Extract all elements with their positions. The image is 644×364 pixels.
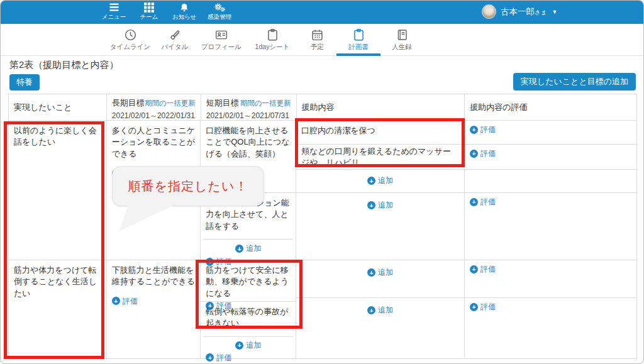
chevron-down-icon: ▼ (552, 9, 557, 15)
evaluation-cell (465, 170, 636, 192)
nav-item-label: 感染管理 (208, 13, 231, 21)
add-evaluation-link[interactable]: +評価 (465, 145, 636, 163)
support-cell: +追加 (296, 170, 465, 192)
short-goal-bulk-update-link[interactable]: 期間の一括更新 (240, 99, 291, 108)
nav-item-label: お知らせ (172, 13, 197, 21)
add-evaluation-link[interactable]: +評価 (465, 121, 636, 139)
speech-bubble-text: 順番を指定したい！ (128, 178, 248, 195)
add-evaluation-link[interactable]: +評価 (465, 260, 636, 279)
support-cell: +追加 (296, 260, 465, 297)
app-window: メニュー チーム お知 (0, 0, 644, 364)
nav-item-label: チーム (140, 13, 158, 21)
add-support-link[interactable]: +追加 (296, 170, 464, 186)
add-wish-and-goal-button[interactable]: 実現したいことと目標の追加 (513, 73, 636, 91)
plus-circle-icon: + (470, 198, 478, 206)
support-sub-row: +追加 +評価 (296, 193, 636, 260)
plus-circle-icon: + (470, 150, 478, 158)
tab-timeline[interactable]: タイムライン (106, 24, 154, 56)
header-short-goal: 短期目標 期間の一括更新 2021/02/01～2021/07/31 (201, 94, 297, 120)
user-menu[interactable]: 古本一郎さま ▼ (482, 4, 557, 19)
header-support: 援助内容 (297, 94, 465, 120)
tab-profile[interactable]: プロフィール (196, 24, 247, 56)
annotation-speech-bubble: 順番を指定したい！ (112, 166, 264, 206)
gears-icon (214, 2, 226, 13)
add-support-link[interactable]: +追加 (296, 260, 464, 278)
evaluation-cell: +評価 (465, 121, 636, 144)
tab-schedule[interactable]: 予定 (297, 24, 336, 56)
add-support-link[interactable]: +追加 (296, 193, 464, 211)
plus-circle-icon: + (206, 353, 214, 361)
support-eval-column: +追加 +評価 +追加 +評価 (296, 260, 636, 358)
nav-item-menu[interactable]: メニュー (100, 2, 128, 21)
top-navigation-bar: メニュー チーム お知 (1, 1, 643, 24)
thermometer-icon (169, 28, 182, 42)
evaluation-cell: +評価 (465, 298, 636, 358)
record-tabs: タイムライン バイタル (106, 24, 423, 56)
tab-vitals[interactable]: バイタル (154, 24, 196, 56)
user-avatar (482, 4, 496, 19)
nav-item-notifications[interactable]: お知らせ (170, 2, 198, 21)
calendar-icon (311, 28, 324, 42)
tab-care-plan[interactable]: 計画書 (336, 24, 380, 56)
tab-1day-sheet[interactable]: 1dayシート (247, 24, 297, 56)
page-title: 第2表（援助目標と内容） (9, 59, 119, 71)
add-short-goal-link[interactable]: +追加 (201, 337, 296, 351)
header-wish: 実現したいこと (9, 94, 107, 120)
nav-item-infection-control[interactable]: 感染管理 (206, 2, 233, 21)
annotation-redbox-wish-column (4, 121, 104, 359)
menu-icon (109, 2, 119, 13)
plus-circle-icon: + (470, 303, 478, 311)
long-goal-bulk-update-link[interactable]: 期間の一括更新 (145, 99, 196, 108)
top-nav-items: メニュー チーム お知 (100, 2, 233, 21)
facility-type-button[interactable]: 特養 (9, 74, 40, 91)
header-long-goal: 長期目標 期間の一括更新 2021/02/01～2022/01/31 (107, 94, 201, 120)
long-goal-cell: 下肢筋力と生活機能を維持することができる +評価 (107, 260, 201, 358)
clock-icon (124, 28, 137, 42)
annotation-redbox-support-cells (295, 118, 465, 167)
support-add-row: +追加 (296, 170, 636, 193)
plus-circle-icon: + (367, 268, 375, 277)
record-tab-bar: タイムライン バイタル (1, 24, 643, 56)
evaluation-cell: +評価 (465, 145, 636, 169)
plus-circle-icon: + (470, 265, 478, 273)
support-sub-row: +追加 +評価 (296, 298, 636, 358)
table-header-row: 実現したいこと 長期目標 期間の一括更新 2021/02/01～2022/01/… (9, 94, 636, 121)
plus-circle-icon: + (367, 306, 375, 314)
plus-circle-icon: + (367, 177, 375, 185)
user-name: 古本一郎さま (501, 6, 547, 18)
add-support-link[interactable]: +追加 (296, 298, 464, 316)
plus-circle-icon: + (367, 201, 375, 209)
support-cell: +追加 (296, 298, 465, 358)
short-goal-period: 2021/02/01～2021/07/31 (206, 111, 291, 121)
tab-life-record[interactable]: 人生録 (380, 24, 423, 56)
id-card-icon (214, 28, 228, 42)
nav-item-label: メニュー (102, 13, 126, 21)
clipboard-icon (266, 28, 279, 42)
support-sub-row: +追加 +評価 (296, 260, 636, 298)
annotation-redbox-short-goals (196, 260, 303, 329)
long-goal-period: 2021/02/01～2022/01/31 (112, 111, 196, 121)
nav-item-team[interactable]: チーム (135, 2, 163, 21)
book-icon (396, 28, 409, 42)
add-evaluation-link[interactable]: +評価 (201, 351, 296, 364)
add-short-goal-link[interactable]: +追加 (201, 240, 296, 254)
bell-icon (179, 2, 189, 13)
evaluation-cell: +評価 (465, 260, 636, 297)
team-grid-icon (144, 2, 154, 13)
plus-circle-icon: + (112, 297, 120, 305)
add-evaluation-link[interactable]: +評価 (465, 298, 636, 316)
plus-circle-icon: + (235, 245, 243, 253)
plus-circle-icon: + (235, 341, 243, 350)
add-evaluation-link[interactable]: +評価 (465, 193, 636, 211)
header-evaluation: 援助内容の評価 (465, 94, 636, 120)
evaluation-cell: +評価 (465, 193, 636, 260)
clipboard-icon (352, 28, 365, 42)
support-cell: +追加 (296, 193, 465, 260)
add-evaluation-link[interactable]: +評価 (107, 292, 201, 311)
plus-circle-icon: + (470, 126, 478, 134)
